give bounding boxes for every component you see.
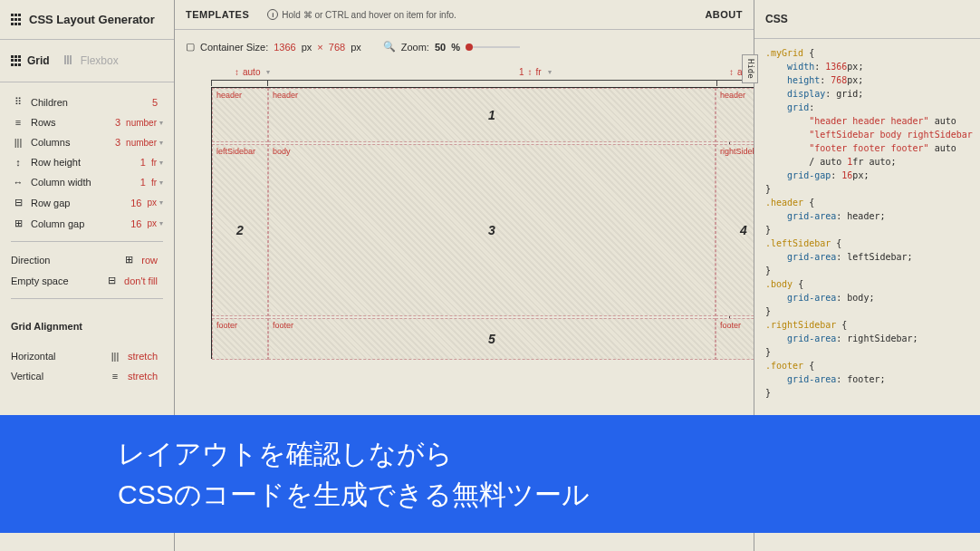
about-link[interactable]: ABOUT [705,9,743,20]
chevron-down-icon: ▾ [159,139,163,147]
topbar-info: i Hold ⌘ or CTRL and hover on item for i… [267,9,456,20]
mode-grid[interactable]: Grid [11,54,50,67]
prop-children[interactable]: ⠿ Children 5 [11,92,163,112]
logo-icon [11,14,24,26]
rows-icon: ≡ [11,117,25,128]
prop-col-gap[interactable]: ⊞ Column gap 16 px▾ [11,213,163,234]
banner-line-1: レイアウトを確認しながら [118,433,980,474]
toolbar: ▢ Container Size: 1366 px × 768 px 🔍 Zoo… [175,30,754,63]
grid-preview[interactable]: header header1 header leftSidebar2 body3… [211,87,773,359]
children-icon: ⠿ [11,96,25,108]
row-height-icon: ↕ [11,157,25,168]
prop-row-height[interactable]: ↕ Row height 1 fr▾ [11,152,163,172]
container-icon: ▢ [186,41,195,53]
chevron-down-icon: ▾ [159,179,163,187]
col-axis-2[interactable]: 1 ↕ fr ▾ [519,67,552,77]
col-width-icon: ↔ [11,177,25,188]
code-title: CSS [754,0,980,39]
prop-vertical[interactable]: Vertical ≡ stretch [11,366,163,386]
templates-link[interactable]: TEMPLATES [186,9,249,20]
prop-row-gap[interactable]: ⊟ Row gap 16 px▾ [11,192,163,213]
overlay-banner: レイアウトを確認しながら CSSのコードを生成できる無料ツール [0,415,980,533]
container-size[interactable]: ▢ Container Size: 1366 px × 768 px [186,41,361,53]
columns-icon: ||| [11,137,25,148]
prop-horizontal[interactable]: Horizontal ||| stretch [11,346,163,366]
cell-left-sidebar[interactable]: leftSidebar2 [212,144,268,316]
chevron-down-icon: ▾ [159,219,163,227]
info-icon: i [267,9,278,20]
col-gap-icon: ⊞ [11,218,25,229]
chevron-down-icon: ▾ [159,198,163,207]
flexbox-icon [64,55,75,66]
empty-space-icon: ⊟ [104,275,119,286]
topbar: TEMPLATES i Hold ⌘ or CTRL and hover on … [175,0,754,30]
cell-footer-1[interactable]: footer [212,318,268,360]
prop-rows[interactable]: ≡ Rows 3 number▾ [11,112,163,132]
cell-body[interactable]: body3 [268,144,716,316]
cell-header-1[interactable]: header [212,88,268,142]
slider-thumb[interactable] [466,44,473,51]
chevron-down-icon: ▾ [159,119,163,127]
chevron-down-icon: ▾ [159,159,163,167]
prop-col-width[interactable]: ↔ Column width 1 fr▾ [11,172,163,192]
vertical-icon: ≡ [108,371,122,382]
zoom-icon: 🔍 [383,41,396,53]
grid-alignment-title: Grid Alignment [0,315,174,337]
banner-line-2: CSSのコードを生成できる無料ツール [118,474,980,515]
prop-direction[interactable]: Direction ⊞ row [11,249,163,270]
zoom-slider[interactable] [466,46,520,48]
mode-flexbox[interactable]: Flexbox [64,54,119,67]
grid-icon [11,55,22,66]
row-gap-icon: ⊟ [11,197,25,208]
zoom-control[interactable]: 🔍 Zoom: 50 % [383,41,520,53]
hide-button[interactable]: Hide [742,54,758,83]
app-title: CSS Layout Generator [29,13,155,26]
prop-empty-space[interactable]: Empty space ⊟ don't fill [11,270,163,291]
mode-selector: Grid Flexbox [0,40,174,82]
col-axis-1[interactable]: ↕ auto ▾ [235,67,270,77]
direction-icon: ⊞ [121,254,136,266]
horizontal-icon: ||| [108,351,122,362]
prop-columns[interactable]: ||| Columns 3 number▾ [11,132,163,152]
ruler-horizontal [211,80,773,85]
cell-header-2[interactable]: header1 [268,88,716,142]
cell-footer-2[interactable]: footer5 [268,318,716,360]
app-logo: CSS Layout Generator [0,0,174,40]
